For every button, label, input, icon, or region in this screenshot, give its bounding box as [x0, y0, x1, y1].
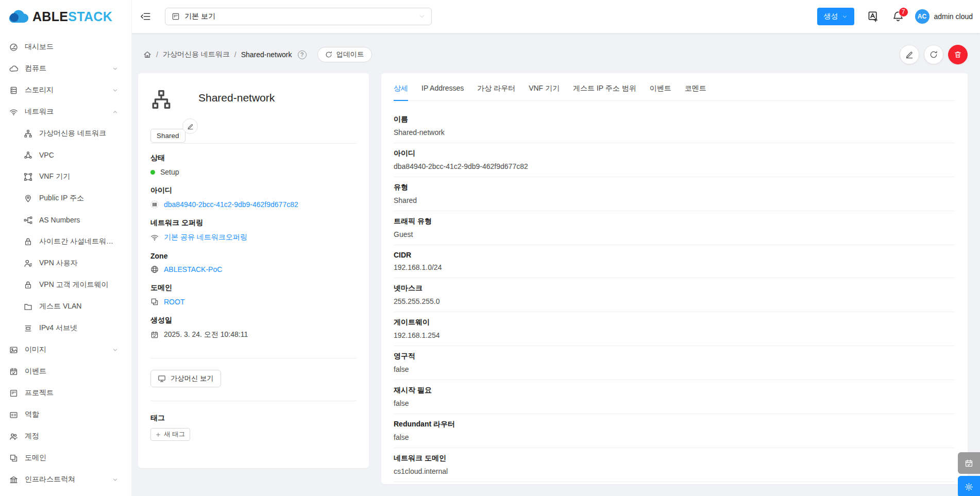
detail-row: 영구적false	[394, 346, 955, 380]
vpc-icon	[24, 151, 32, 160]
avatar[interactable]: AC	[915, 9, 930, 24]
tab-가상-라우터[interactable]: 가상 라우터	[477, 84, 515, 100]
cloud-icon	[9, 64, 18, 73]
help-icon[interactable]: ?	[298, 50, 307, 59]
tags-label: 태그	[150, 414, 357, 423]
update-button-label: 업데이트	[336, 50, 364, 59]
resource-info-card: Shared-network Shared 상태Setup아이디dba84940…	[138, 73, 369, 468]
divider	[150, 401, 357, 401]
as-numbers-icon	[24, 216, 32, 225]
sidebar-item-vnf-appliance[interactable]: VNF 기기	[0, 166, 131, 187]
idcard-icon	[9, 411, 18, 419]
tab-ip-addresses[interactable]: IP Addresses	[421, 84, 464, 100]
attribute-link[interactable]: ROOT	[164, 298, 184, 306]
sidebar-item-ipv4-subnet[interactable]: IPv4 서브넷	[0, 317, 131, 339]
detail-row-label: 영구적	[394, 352, 955, 361]
new-tag-button[interactable]: 새 태그	[150, 428, 190, 441]
attribute-label: 네트워크 오퍼링	[150, 218, 357, 228]
sidebar-item-label: 스토리지	[25, 85, 54, 95]
divider	[150, 358, 357, 358]
attribute-value: ABLESTACK-PoC	[150, 265, 357, 273]
sidebar-item-compute[interactable]: 컴퓨트	[0, 58, 131, 79]
detail-row: CIDR192.168.1.0/24	[394, 245, 955, 278]
update-button[interactable]: 업데이트	[317, 47, 372, 62]
sidebar-item-storage[interactable]: 스토리지	[0, 79, 131, 101]
sidebar-item-label: 가상머신용 네트워크	[39, 129, 106, 138]
storage-icon	[9, 86, 18, 95]
edit-name-button[interactable]	[182, 118, 198, 134]
view-vms-button[interactable]: 가상머신 보기	[150, 370, 221, 387]
detail-row-label: 이름	[394, 115, 955, 124]
home-icon[interactable]	[143, 50, 151, 59]
detail-row: ZoneABLESTACK-PoC	[394, 482, 955, 484]
tab-이벤트[interactable]: 이벤트	[650, 84, 671, 100]
sidebar-item-label: 이벤트	[25, 367, 46, 376]
username[interactable]: admin cloud	[934, 12, 973, 21]
wifi-icon	[150, 233, 159, 242]
tab-게스트-ip-주소-범위[interactable]: 게스트 IP 주소 범위	[573, 84, 636, 100]
brand-logo[interactable]: ABLESTACK	[0, 0, 131, 33]
breadcrumb-link-networks[interactable]: 가상머신용 네트워크	[163, 50, 230, 59]
sidebar-item-service-offerings[interactable]: 서비스 오퍼링	[0, 490, 131, 496]
menu-fold-icon[interactable]	[140, 11, 150, 22]
sidebar-item-site-vpn[interactable]: 사이트간 사설네트워크(VP...	[0, 231, 131, 252]
new-tag-label: 새 태그	[164, 430, 185, 439]
status-dot	[150, 170, 155, 175]
sidebar-item-vpn-users[interactable]: VPN 사용자	[0, 252, 131, 274]
sidebar-item-vpc[interactable]: VPC	[0, 144, 131, 166]
sidebar-item-as-numbers[interactable]: AS Numbers	[0, 209, 131, 231]
attribute-text: 2025. 3. 24. 오전 10:48:11	[164, 330, 248, 339]
sidebar-item-accounts[interactable]: 계정	[0, 425, 131, 447]
sidebar-item-events[interactable]: 이벤트	[0, 361, 131, 382]
sidebar-item-label: VPN 사용자	[39, 259, 78, 268]
sidebar-item-guest-network[interactable]: 가상머신용 네트워크	[0, 123, 131, 144]
delete-button[interactable]	[948, 45, 968, 64]
divider	[150, 143, 357, 144]
network-resource-icon	[150, 89, 172, 110]
folder-icon	[24, 302, 32, 311]
sidebar-item-dashboard[interactable]: 대시보드	[0, 36, 131, 58]
attribute-link[interactable]: dba84940-2bcc-41c2-9db9-462f9d677c82	[164, 200, 298, 209]
domain-icon	[150, 298, 159, 306]
plus-icon	[156, 432, 161, 437]
tab-vnf-기기[interactable]: VNF 기기	[529, 84, 560, 100]
sidebar-item-vpn-gateway[interactable]: VPN 고객 게이트웨이	[0, 274, 131, 296]
attribute-value: dba84940-2bcc-41c2-9db9-462f9d677c82	[150, 200, 357, 209]
barcode-icon	[150, 200, 159, 209]
breadcrumb-row: / 가상머신용 네트워크 / Shared-network ? 업데이트	[138, 43, 968, 66]
attribute-link[interactable]: ABLESTACK-PoC	[164, 265, 222, 273]
refresh-button[interactable]	[924, 45, 943, 64]
detail-row-value: dba84940-2bcc-41c2-9db9-462f9d677c82	[394, 162, 955, 170]
attribute-link[interactable]: 기본 공유 네트워크오퍼링	[164, 233, 247, 242]
events-shortcut-button[interactable]	[958, 452, 980, 474]
sidebar-item-images[interactable]: 이미지	[0, 339, 131, 361]
sync-icon	[930, 50, 938, 59]
dashboard-icon	[9, 43, 18, 52]
wifi-icon	[9, 108, 18, 116]
translate-icon[interactable]	[868, 11, 879, 22]
project-icon	[9, 389, 18, 398]
sidebar-item-projects[interactable]: 프로젝트	[0, 382, 131, 404]
create-button-label: 생성	[824, 12, 838, 21]
cards-area: Shared-network Shared 상태Setup아이디dba84940…	[138, 73, 968, 484]
app-root: ABLESTACK 대시보드컴퓨트스토리지네트워크가상머신용 네트워크VPCVN…	[0, 0, 980, 496]
sidebar-item-network[interactable]: 네트워크	[0, 101, 131, 123]
sidebar-item-infrastructure[interactable]: 인프라스트럭쳐	[0, 469, 131, 490]
picture-icon	[9, 346, 18, 354]
tab-상세[interactable]: 상세	[394, 84, 408, 100]
tab-코멘트[interactable]: 코멘트	[685, 84, 706, 100]
sidebar-item-roles[interactable]: 역할	[0, 404, 131, 425]
sidebar-item-public-ip[interactable]: Public IP 주소	[0, 187, 131, 209]
calendar-icon	[965, 459, 973, 468]
pin-icon	[24, 194, 32, 203]
create-button[interactable]: 생성	[817, 8, 854, 25]
edit-button[interactable]	[900, 45, 919, 64]
sidebar-item-domains[interactable]: 도메인	[0, 447, 131, 469]
entity-actions	[900, 45, 968, 64]
view-select[interactable]: 기본 보기	[165, 8, 432, 25]
pencil-icon	[905, 50, 914, 59]
settings-shortcut-button[interactable]	[958, 476, 980, 496]
notifications-button[interactable]: 7	[892, 11, 904, 22]
sidebar-item-label: 인프라스트럭쳐	[25, 475, 75, 484]
sidebar-item-guest-vlan[interactable]: 게스트 VLAN	[0, 296, 131, 317]
